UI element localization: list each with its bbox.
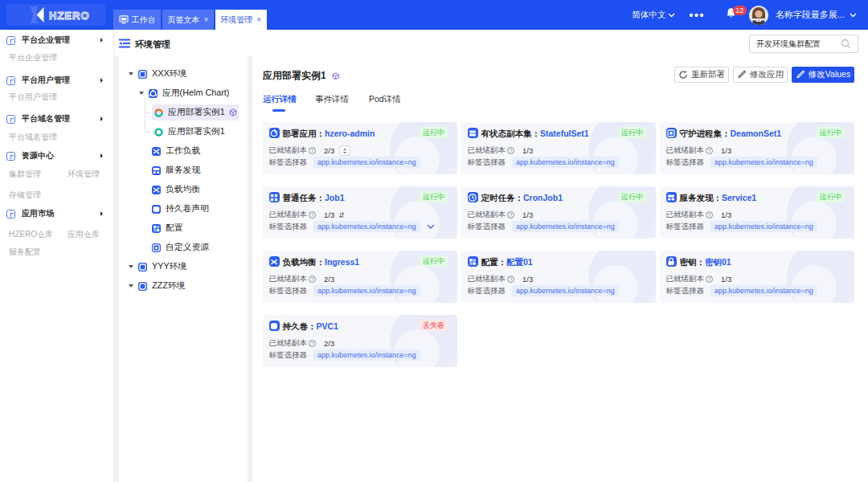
svg-text:HZERO: HZERO bbox=[49, 10, 90, 22]
